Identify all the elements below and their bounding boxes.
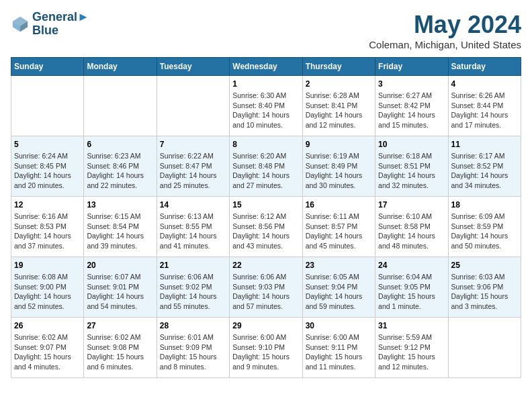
- day-number: 3: [378, 79, 445, 89]
- day-number: 1: [232, 79, 299, 89]
- calendar-cell: 3Sunrise: 6:27 AM Sunset: 8:42 PM Daylig…: [375, 76, 448, 136]
- day-number: 2: [306, 79, 372, 89]
- day-number: 29: [232, 321, 299, 330]
- calendar-title: May 2024: [369, 11, 521, 39]
- calendar-cell: 7Sunrise: 6:22 AM Sunset: 8:47 PM Daylig…: [157, 136, 229, 197]
- calendar-cell: 22Sunrise: 6:06 AM Sunset: 9:03 PM Dayli…: [230, 257, 302, 318]
- calendar-cell: 25Sunrise: 6:03 AM Sunset: 9:06 PM Dayli…: [448, 257, 521, 318]
- logo-icon: [11, 15, 30, 34]
- calendar-cell: 27Sunrise: 6:02 AM Sunset: 9:08 PM Dayli…: [84, 318, 157, 378]
- day-info: Sunrise: 6:26 AM Sunset: 8:44 PM Dayligh…: [451, 91, 518, 130]
- calendar-cell: 9Sunrise: 6:19 AM Sunset: 8:49 PM Daylig…: [302, 136, 375, 197]
- day-number: 16: [306, 200, 372, 210]
- calendar-subtitle: Coleman, Michigan, United States: [369, 39, 521, 50]
- column-header-tuesday: Tuesday: [157, 58, 229, 76]
- day-info: Sunrise: 6:10 AM Sunset: 8:58 PM Dayligh…: [378, 212, 445, 251]
- title-area: May 2024 Coleman, Michigan, United State…: [369, 11, 521, 50]
- day-info: Sunrise: 6:06 AM Sunset: 9:03 PM Dayligh…: [232, 272, 299, 312]
- day-info: Sunrise: 6:01 AM Sunset: 9:09 PM Dayligh…: [160, 332, 226, 372]
- calendar-cell: [84, 76, 157, 136]
- day-info: Sunrise: 6:07 AM Sunset: 9:01 PM Dayligh…: [87, 272, 153, 312]
- calendar-cell: 8Sunrise: 6:20 AM Sunset: 8:48 PM Daylig…: [230, 136, 302, 197]
- day-info: Sunrise: 6:13 AM Sunset: 8:55 PM Dayligh…: [160, 212, 226, 251]
- calendar-cell: 13Sunrise: 6:15 AM Sunset: 8:54 PM Dayli…: [84, 197, 157, 257]
- day-number: 31: [378, 321, 445, 330]
- day-number: 24: [378, 261, 445, 270]
- day-number: 12: [14, 200, 81, 210]
- calendar-week-row: 26Sunrise: 6:02 AM Sunset: 9:07 PM Dayli…: [11, 318, 521, 378]
- day-info: Sunrise: 6:09 AM Sunset: 8:59 PM Dayligh…: [451, 212, 518, 251]
- day-number: 17: [378, 200, 445, 210]
- day-number: 11: [451, 140, 518, 149]
- day-info: Sunrise: 6:03 AM Sunset: 9:06 PM Dayligh…: [451, 272, 518, 312]
- day-info: Sunrise: 6:04 AM Sunset: 9:05 PM Dayligh…: [378, 272, 445, 312]
- day-info: Sunrise: 6:05 AM Sunset: 9:04 PM Dayligh…: [306, 272, 372, 312]
- calendar-week-row: 1Sunrise: 6:30 AM Sunset: 8:40 PM Daylig…: [11, 76, 521, 136]
- calendar-cell: 12Sunrise: 6:16 AM Sunset: 8:53 PM Dayli…: [11, 197, 84, 257]
- calendar-cell: 18Sunrise: 6:09 AM Sunset: 8:59 PM Dayli…: [448, 197, 521, 257]
- day-info: Sunrise: 6:22 AM Sunset: 8:47 PM Dayligh…: [160, 151, 226, 191]
- day-number: 30: [306, 321, 372, 330]
- day-info: Sunrise: 6:16 AM Sunset: 8:53 PM Dayligh…: [14, 212, 81, 251]
- day-info: Sunrise: 6:19 AM Sunset: 8:49 PM Dayligh…: [306, 151, 372, 191]
- day-info: Sunrise: 6:11 AM Sunset: 8:57 PM Dayligh…: [306, 212, 372, 251]
- day-number: 5: [14, 140, 81, 149]
- day-info: Sunrise: 6:30 AM Sunset: 8:40 PM Dayligh…: [232, 91, 299, 130]
- calendar-cell: 2Sunrise: 6:28 AM Sunset: 8:41 PM Daylig…: [302, 76, 375, 136]
- calendar-cell: 17Sunrise: 6:10 AM Sunset: 8:58 PM Dayli…: [375, 197, 448, 257]
- column-header-thursday: Thursday: [302, 58, 375, 76]
- day-number: 6: [87, 140, 153, 149]
- day-number: 13: [87, 200, 153, 210]
- calendar-cell: 24Sunrise: 6:04 AM Sunset: 9:05 PM Dayli…: [375, 257, 448, 318]
- day-number: 10: [378, 140, 445, 149]
- logo: General► Blue: [11, 11, 89, 38]
- day-number: 7: [160, 140, 226, 149]
- day-info: Sunrise: 6:20 AM Sunset: 8:48 PM Dayligh…: [232, 151, 299, 191]
- day-number: 23: [306, 261, 372, 270]
- column-header-friday: Friday: [375, 58, 448, 76]
- calendar-table: SundayMondayTuesdayWednesdayThursdayFrid…: [11, 57, 521, 378]
- calendar-cell: 10Sunrise: 6:18 AM Sunset: 8:51 PM Dayli…: [375, 136, 448, 197]
- calendar-week-row: 12Sunrise: 6:16 AM Sunset: 8:53 PM Dayli…: [11, 197, 521, 257]
- day-number: 26: [14, 321, 81, 330]
- calendar-cell: [157, 76, 229, 136]
- calendar-cell: 11Sunrise: 6:17 AM Sunset: 8:52 PM Dayli…: [448, 136, 521, 197]
- calendar-cell: 28Sunrise: 6:01 AM Sunset: 9:09 PM Dayli…: [157, 318, 229, 378]
- calendar-cell: 6Sunrise: 6:23 AM Sunset: 8:46 PM Daylig…: [84, 136, 157, 197]
- day-number: 20: [87, 261, 153, 270]
- day-number: 9: [306, 140, 372, 149]
- day-info: Sunrise: 6:00 AM Sunset: 9:10 PM Dayligh…: [232, 332, 299, 372]
- day-info: Sunrise: 6:12 AM Sunset: 8:56 PM Dayligh…: [232, 212, 299, 251]
- day-info: Sunrise: 6:02 AM Sunset: 9:07 PM Dayligh…: [14, 332, 81, 372]
- calendar-cell: 14Sunrise: 6:13 AM Sunset: 8:55 PM Dayli…: [157, 197, 229, 257]
- column-header-saturday: Saturday: [448, 58, 521, 76]
- day-info: Sunrise: 6:23 AM Sunset: 8:46 PM Dayligh…: [87, 151, 153, 191]
- logo-text: General► Blue: [32, 11, 89, 38]
- day-number: 18: [451, 200, 518, 210]
- day-number: 4: [451, 79, 518, 89]
- calendar-cell: 4Sunrise: 6:26 AM Sunset: 8:44 PM Daylig…: [448, 76, 521, 136]
- calendar-cell: [448, 318, 521, 378]
- day-info: Sunrise: 6:02 AM Sunset: 9:08 PM Dayligh…: [87, 332, 153, 372]
- column-header-sunday: Sunday: [11, 58, 84, 76]
- calendar-cell: 20Sunrise: 6:07 AM Sunset: 9:01 PM Dayli…: [84, 257, 157, 318]
- calendar-cell: 21Sunrise: 6:06 AM Sunset: 9:02 PM Dayli…: [157, 257, 229, 318]
- day-number: 15: [232, 200, 299, 210]
- calendar-cell: 1Sunrise: 6:30 AM Sunset: 8:40 PM Daylig…: [230, 76, 302, 136]
- calendar-week-row: 5Sunrise: 6:24 AM Sunset: 8:45 PM Daylig…: [11, 136, 521, 197]
- day-number: 19: [14, 261, 81, 270]
- day-info: Sunrise: 6:17 AM Sunset: 8:52 PM Dayligh…: [451, 151, 518, 191]
- calendar-cell: 19Sunrise: 6:08 AM Sunset: 9:00 PM Dayli…: [11, 257, 84, 318]
- calendar-cell: 26Sunrise: 6:02 AM Sunset: 9:07 PM Dayli…: [11, 318, 84, 378]
- calendar-cell: 30Sunrise: 6:00 AM Sunset: 9:11 PM Dayli…: [302, 318, 375, 378]
- day-info: Sunrise: 6:18 AM Sunset: 8:51 PM Dayligh…: [378, 151, 445, 191]
- day-info: Sunrise: 6:28 AM Sunset: 8:41 PM Dayligh…: [306, 91, 372, 130]
- day-number: 28: [160, 321, 226, 330]
- day-info: Sunrise: 6:27 AM Sunset: 8:42 PM Dayligh…: [378, 91, 445, 130]
- day-info: Sunrise: 6:15 AM Sunset: 8:54 PM Dayligh…: [87, 212, 153, 251]
- calendar-header-row: SundayMondayTuesdayWednesdayThursdayFrid…: [11, 58, 521, 76]
- day-number: 27: [87, 321, 153, 330]
- day-number: 14: [160, 200, 226, 210]
- day-number: 8: [232, 140, 299, 149]
- calendar-cell: 23Sunrise: 6:05 AM Sunset: 9:04 PM Dayli…: [302, 257, 375, 318]
